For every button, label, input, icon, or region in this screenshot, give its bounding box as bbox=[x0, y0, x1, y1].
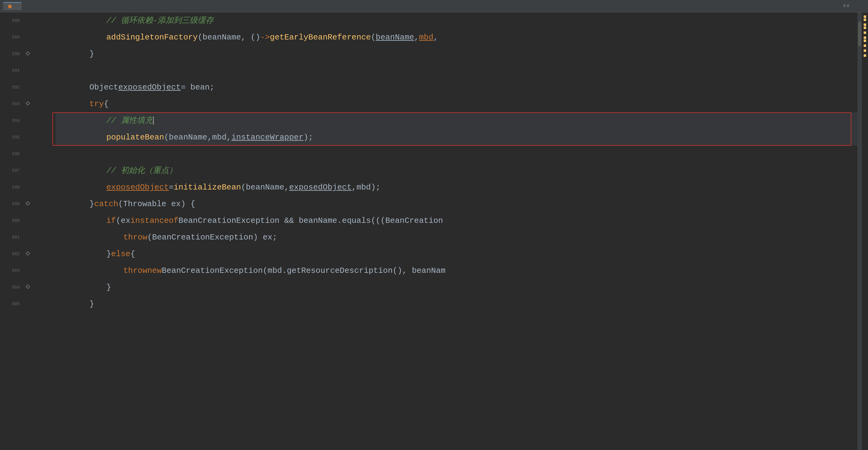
code-line[interactable]: if (ex instanceof BeanCreationException … bbox=[56, 212, 858, 229]
code-line[interactable]: throw (BeanCreationException) ex; bbox=[56, 229, 858, 246]
code-line[interactable]: } bbox=[56, 46, 858, 62]
gutter-row: 598 bbox=[0, 179, 49, 196]
code-line[interactable]: throw new BeanCreationException(mbd.getR… bbox=[56, 262, 858, 279]
line-number: 594 bbox=[0, 118, 25, 123]
code-token: exposedObject bbox=[289, 179, 352, 196]
code-token: } bbox=[89, 46, 94, 62]
code-token: Object bbox=[89, 79, 118, 96]
code-content[interactable]: // 循环依赖-添加到三级缓存addSingletonFactory(beanN… bbox=[49, 12, 858, 450]
editor-area: 5885895905915925935945955965975985996006… bbox=[0, 12, 868, 450]
code-token: exposedObject bbox=[106, 179, 169, 196]
gutter-icon bbox=[25, 284, 31, 290]
code-line[interactable]: // 循环依赖-添加到三级缓存 bbox=[56, 12, 858, 29]
gutter-row: 600 bbox=[0, 212, 49, 229]
code-line[interactable] bbox=[56, 62, 858, 79]
gutter-row: 596 bbox=[0, 146, 49, 162]
margin-warning-indicator bbox=[864, 45, 866, 47]
code-line[interactable]: } bbox=[56, 279, 858, 296]
gutter-row: 591 bbox=[0, 62, 49, 79]
line-number: 593 bbox=[0, 102, 25, 107]
line-number: 592 bbox=[0, 85, 25, 90]
code-line[interactable]: try { bbox=[56, 96, 858, 112]
svg-marker-4 bbox=[26, 285, 30, 288]
gutter-icon bbox=[25, 251, 31, 257]
gutter-row: 605 bbox=[0, 296, 49, 312]
line-number: 588 bbox=[0, 18, 25, 23]
svg-marker-1 bbox=[26, 102, 30, 105]
gutter-row: 593 bbox=[0, 96, 49, 112]
code-token: ( bbox=[241, 179, 246, 196]
code-token: initializeBean bbox=[174, 179, 241, 196]
margin-warning-indicator bbox=[864, 19, 866, 21]
code-token: if bbox=[106, 212, 116, 229]
code-token: } bbox=[106, 279, 111, 296]
code-token: { bbox=[104, 96, 109, 112]
code-token: mbd bbox=[212, 129, 226, 146]
code-token: addSingletonFactory bbox=[106, 29, 197, 46]
code-line[interactable]: // 初始化（重点） bbox=[56, 162, 858, 179]
gutter-row: 594 bbox=[0, 112, 49, 129]
code-token: else bbox=[111, 246, 130, 262]
line-number: 603 bbox=[0, 268, 25, 273]
margin-warning-indicator bbox=[864, 27, 866, 29]
code-token: ( bbox=[164, 129, 169, 146]
code-token: ; bbox=[308, 129, 313, 146]
margin-warning-indicator bbox=[864, 24, 866, 26]
navigation-chevrons[interactable]: ∧ ∨ bbox=[843, 2, 849, 9]
code-line[interactable] bbox=[56, 146, 858, 162]
margin-warning-indicator bbox=[864, 49, 866, 52]
code-token: ( bbox=[371, 29, 376, 46]
margin-warning-indicator bbox=[864, 16, 866, 18]
gutter-row: 599 bbox=[0, 196, 49, 212]
code-line[interactable]: // 属性填充 bbox=[56, 112, 858, 129]
code-token: // 循环依赖-添加到三级缓存 bbox=[106, 12, 214, 29]
gutter-row: 589 bbox=[0, 29, 49, 46]
line-number: 596 bbox=[0, 151, 25, 157]
margin-indicators bbox=[862, 12, 868, 450]
gutter-row: 595 bbox=[0, 129, 49, 146]
file-tab[interactable] bbox=[3, 2, 22, 10]
svg-marker-2 bbox=[26, 201, 30, 205]
code-token: exposedObject bbox=[118, 79, 181, 96]
chevron-down-icon[interactable]: ∨ bbox=[846, 2, 849, 9]
code-line[interactable]: exposedObject = initializeBean(beanName,… bbox=[56, 179, 858, 196]
line-number: 605 bbox=[0, 302, 25, 307]
code-token: beanName bbox=[246, 179, 284, 196]
line-number: 604 bbox=[0, 285, 25, 290]
scrollbar-thumb[interactable] bbox=[858, 22, 861, 46]
code-token: mbd bbox=[356, 179, 371, 196]
code-token: (ex bbox=[116, 212, 130, 229]
margin-warning-indicator bbox=[864, 54, 866, 57]
code-token: , bbox=[226, 129, 231, 146]
line-number: 598 bbox=[0, 185, 25, 190]
code-token: ; bbox=[376, 179, 381, 196]
status-badges: ∧ ∨ bbox=[828, 2, 849, 9]
code-token: populateBean bbox=[106, 129, 164, 146]
margin-warning-indicator bbox=[864, 31, 866, 34]
vertical-scrollbar[interactable] bbox=[858, 12, 862, 450]
code-token: } bbox=[89, 296, 94, 312]
line-number: 591 bbox=[0, 68, 25, 73]
gutter-row: 588 bbox=[0, 12, 49, 29]
code-line[interactable]: } catch (Throwable ex) { bbox=[56, 196, 858, 212]
code-token: instanceWrapper bbox=[231, 129, 304, 146]
code-token: ) bbox=[371, 179, 376, 196]
chevron-up-icon[interactable]: ∧ bbox=[843, 2, 846, 9]
gutter-icon bbox=[25, 201, 31, 207]
code-token: BeanCreationException && beanName.equals… bbox=[179, 212, 443, 229]
margin-warning-indicator bbox=[864, 36, 866, 39]
code-line[interactable]: } else { bbox=[56, 246, 858, 262]
line-number: 600 bbox=[0, 218, 25, 223]
line-number: 595 bbox=[0, 135, 25, 140]
code-token: } bbox=[89, 196, 94, 212]
code-line[interactable]: populateBean(beanName, mbd, instanceWrap… bbox=[56, 129, 858, 146]
code-token: beanName bbox=[376, 29, 414, 46]
margin-warning-indicator bbox=[864, 39, 866, 42]
code-line[interactable]: } bbox=[56, 296, 858, 312]
code-line[interactable]: addSingletonFactory(beanName, () -> getE… bbox=[56, 29, 858, 46]
code-token: (Throwable ex) { bbox=[118, 196, 195, 212]
gutter-row: 604 bbox=[0, 279, 49, 296]
gutter-row: 601 bbox=[0, 229, 49, 246]
svg-marker-3 bbox=[26, 252, 30, 255]
code-line[interactable]: Object exposedObject = bean; bbox=[56, 79, 858, 96]
